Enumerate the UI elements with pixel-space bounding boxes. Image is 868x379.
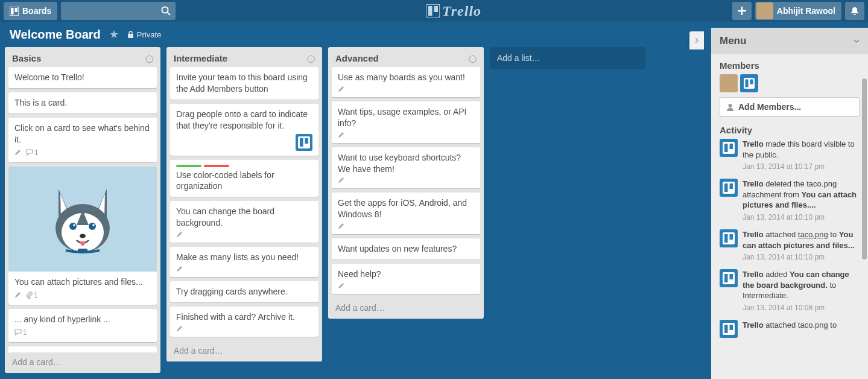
svg-rect-1 [11, 8, 14, 14]
card-text: Make as many lists as you need! [176, 252, 312, 263]
list-title[interactable]: Basics [12, 53, 41, 63]
member-avatar[interactable] [740, 74, 758, 92]
list-title[interactable]: Advanced [335, 53, 379, 63]
boards-label: Boards [22, 6, 51, 16]
card-text: ... any kind of hyperlink ... [14, 314, 151, 325]
add-card-button[interactable]: Add a card… [5, 352, 160, 373]
list-menu-icon[interactable]: ◯ [307, 54, 315, 63]
card-text: Need help? [338, 269, 474, 280]
svg-rect-16 [78, 249, 87, 252]
boards-button[interactable]: Boards [4, 2, 57, 20]
svg-rect-8 [128, 34, 133, 38]
card[interactable]: Make as many lists as you need! [170, 247, 318, 277]
add-card-button[interactable]: Add a card… [166, 341, 322, 361]
add-members-button[interactable]: Add Members... [720, 97, 860, 116]
search-input[interactable] [61, 2, 176, 20]
card[interactable]: ... or checklists. [8, 346, 157, 352]
create-button[interactable] [732, 2, 752, 20]
card-badges [338, 223, 474, 229]
user-menu[interactable]: Abhijit Rawool [755, 2, 841, 20]
svg-point-11 [69, 223, 77, 230]
card[interactable]: Click on a card to see what's behind it.… [8, 118, 157, 162]
card[interactable]: You can change the board background. [170, 201, 318, 243]
card[interactable]: Want updates on new features? [332, 238, 480, 260]
card-text: Click on a card to see what's behind it. [14, 123, 151, 145]
activity-item: Trello deleted the taco.png attachment f… [720, 179, 860, 222]
activity-item: Trello attached taco.png to [720, 320, 860, 338]
card[interactable]: Need help? [332, 264, 480, 294]
activity-time: Jan 13, 2014 at 10:17 pm [743, 162, 860, 171]
card[interactable]: Use color-coded labels for organization [170, 160, 318, 197]
activity-time: Jan 13, 2014 at 10:10 pm [743, 252, 860, 262]
svg-rect-6 [428, 6, 432, 16]
list: Intermediate◯Invite your team to this bo… [166, 47, 322, 361]
comment-icon [26, 149, 33, 156]
card[interactable]: Get the apps for iOS, Android, and Windo… [332, 193, 480, 234]
card[interactable]: Invite your team to this board using the… [170, 67, 318, 100]
list: Basics◯Welcome to Trello!This is a card.… [5, 47, 160, 373]
panel-toggle[interactable] [689, 31, 704, 49]
username: Abhijit Rawool [777, 6, 835, 16]
svg-rect-25 [724, 144, 728, 152]
svg-rect-34 [724, 274, 728, 282]
pencil-icon [176, 266, 183, 272]
svg-point-14 [92, 224, 95, 226]
card[interactable]: Drag people onto a card to indicate that… [170, 104, 318, 156]
list: Advanced◯Use as many boards as you want!… [328, 47, 484, 319]
plus-icon [738, 7, 746, 15]
pencil-icon [338, 86, 344, 92]
activity-avatar [720, 269, 738, 287]
bell-icon [850, 6, 860, 16]
card[interactable]: Finished with a card? Archive it. [170, 307, 318, 337]
activity-time: Jan 13, 2014 at 10:10 pm [743, 212, 860, 222]
card[interactable]: ... any kind of hyperlink ...1 [8, 309, 157, 342]
card[interactable]: You can attach pictures and files...1 [8, 167, 157, 305]
list-title[interactable]: Intermediate [174, 53, 227, 63]
svg-rect-7 [434, 6, 438, 12]
list-menu-icon[interactable]: ◯ [469, 54, 477, 63]
star-button[interactable]: ★ [109, 28, 119, 41]
svg-point-13 [89, 223, 96, 230]
notifications-button[interactable] [845, 2, 864, 20]
card-cover-image [8, 167, 157, 272]
add-card-button[interactable]: Add a card… [328, 298, 484, 319]
member-avatar[interactable] [720, 74, 738, 92]
card[interactable]: Welcome to Trello! [8, 67, 157, 88]
card[interactable]: Want tips, usage examples, or API info? [332, 101, 480, 143]
list-menu-icon[interactable]: ◯ [145, 54, 153, 63]
card-badges [176, 325, 312, 332]
pencil-icon [176, 325, 183, 332]
svg-rect-28 [724, 183, 728, 192]
logo[interactable]: Trello [179, 3, 729, 19]
members-list [720, 74, 860, 92]
card[interactable]: Want to use keyboard shortcuts? We have … [332, 147, 480, 189]
card-badges [338, 86, 474, 92]
board-title[interactable]: Welcome Board [10, 28, 101, 42]
svg-rect-32 [730, 234, 733, 240]
svg-rect-35 [730, 274, 733, 279]
scrollbar[interactable] [862, 78, 867, 260]
card-text: Drag people onto a card to indicate that… [176, 109, 312, 132]
logo-text: Trello [442, 3, 481, 19]
card-text: Use color-coded labels for organization [176, 170, 312, 193]
pencil-icon [14, 149, 21, 156]
pencil-icon [14, 291, 21, 298]
svg-rect-22 [750, 80, 753, 84]
attachment-icon [26, 291, 33, 299]
card-badges: 1 [14, 290, 151, 300]
card-member[interactable] [296, 134, 312, 151]
panel-collapse-icon[interactable] [854, 38, 860, 44]
add-list-button[interactable]: Add a list… [490, 47, 645, 69]
card-badges [338, 177, 474, 183]
card[interactable]: Use as many boards as you want! [332, 67, 480, 97]
card-badges [338, 282, 474, 289]
svg-rect-21 [746, 80, 749, 88]
svg-rect-18 [300, 138, 303, 147]
privacy-indicator[interactable]: Private [127, 30, 161, 39]
avatar [756, 2, 773, 19]
pencil-icon [338, 282, 344, 289]
card[interactable]: Try dragging cards anywhere. [170, 281, 318, 302]
pencil-icon [338, 223, 344, 229]
card[interactable]: This is a card. [8, 92, 157, 113]
card-text: Want updates on new features? [338, 243, 474, 255]
